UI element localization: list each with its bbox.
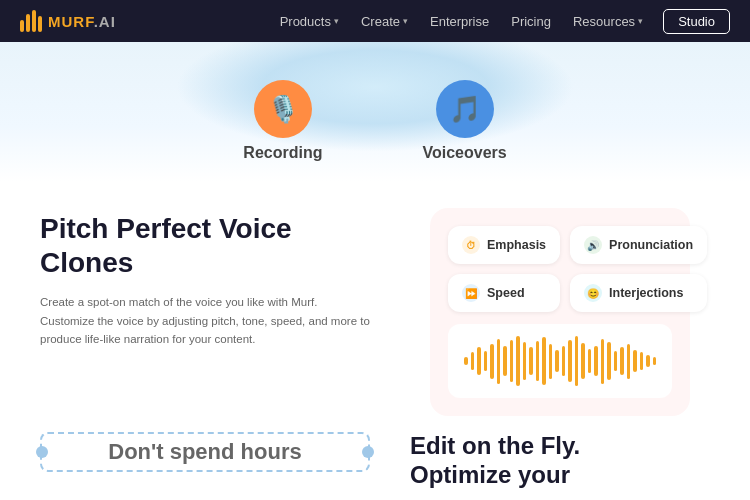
dashed-box: Don't spend hours (40, 432, 370, 472)
wave-bar (516, 336, 520, 386)
nav-resources-label: Resources (573, 14, 635, 29)
wave-bar (490, 344, 494, 379)
logo-bar-4 (38, 16, 42, 32)
nav-resources[interactable]: Resources ▾ (565, 10, 651, 33)
nav-create[interactable]: Create ▾ (353, 10, 416, 33)
nav-products[interactable]: Products ▾ (272, 10, 347, 33)
edit-title-line1: Edit on the Fly. (410, 432, 580, 459)
wave-bar (549, 344, 553, 379)
wave-bar (653, 357, 657, 365)
wave-bar (510, 340, 514, 382)
recording-icon: 🎙️ (254, 80, 312, 138)
logo-bar-3 (32, 10, 36, 32)
right-content: ⏱ Emphasis 🔊 Pronunciation ⏩ Speed 😊 Int… (410, 212, 710, 412)
studio-button[interactable]: Studio (663, 9, 730, 34)
wave-bar (646, 355, 650, 367)
pronunciation-icon: 🔊 (584, 236, 602, 254)
dashed-dot-left (36, 446, 48, 458)
voiceover-icon: 🎵 (436, 80, 494, 138)
pitch-description: Create a spot-on match of the voice you … (40, 293, 370, 348)
wave-bar (523, 342, 527, 380)
waveform-container (448, 324, 672, 398)
logo-murf: MURF (48, 13, 94, 30)
left-content: Pitch Perfect Voice Clones Create a spot… (40, 212, 370, 412)
wave-bar (471, 352, 475, 370)
wave-bar (568, 340, 572, 382)
interjections-button[interactable]: 😊 Interjections (570, 274, 707, 312)
speed-label: Speed (487, 286, 525, 300)
main-content: Pitch Perfect Voice Clones Create a spot… (0, 182, 750, 432)
edit-title-line2: Optimize your (410, 461, 570, 488)
pronunciation-label: Pronunciation (609, 238, 693, 252)
wave-bar (529, 347, 533, 375)
nav-create-label: Create (361, 14, 400, 29)
logo-ai: .AI (94, 13, 116, 30)
wave-bar (536, 341, 540, 381)
wave-bar (594, 346, 598, 376)
wave-bar (581, 343, 585, 379)
create-chevron-icon: ▾ (403, 16, 408, 26)
wave-bar (601, 339, 605, 384)
emphasis-label: Emphasis (487, 238, 546, 252)
dashed-dot-right (362, 446, 374, 458)
nav-enterprise-label: Enterprise (430, 14, 489, 29)
pitch-title: Pitch Perfect Voice Clones (40, 212, 370, 279)
pronunciation-button[interactable]: 🔊 Pronunciation (570, 226, 707, 264)
wave-bar (607, 342, 611, 380)
wave-bar (542, 337, 546, 385)
interjections-label: Interjections (609, 286, 683, 300)
logo-text: MURF.AI (48, 13, 116, 30)
bottom-left: Don't spend hours (40, 432, 370, 500)
products-chevron-icon: ▾ (334, 16, 339, 26)
hero-section: 🎙️ Recording 🎵 Voiceovers (0, 42, 750, 182)
pitch-title-line1: Pitch Perfect Voice (40, 213, 292, 244)
wave-bar (562, 346, 566, 376)
logo-bar-1 (20, 20, 24, 32)
recording-section: 🎙️ Recording (243, 80, 322, 162)
wave-bar (614, 351, 618, 371)
wave-bar (588, 349, 592, 373)
logo[interactable]: MURF.AI (20, 10, 116, 32)
logo-bar-2 (26, 14, 30, 32)
interjections-icon: 😊 (584, 284, 602, 302)
wave-bar (484, 351, 488, 371)
nav-pricing-label: Pricing (511, 14, 551, 29)
nav-products-label: Products (280, 14, 331, 29)
nav-pricing[interactable]: Pricing (503, 10, 559, 33)
wave-bar (477, 347, 481, 375)
wave-bar (627, 344, 631, 379)
wave-bar (640, 352, 644, 370)
navbar: MURF.AI Products ▾ Create ▾ Enterprise P… (0, 0, 750, 42)
speed-button[interactable]: ⏩ Speed (448, 274, 560, 312)
nav-enterprise[interactable]: Enterprise (422, 10, 497, 33)
bottom-section: Don't spend hours Edit on the Fly. Optim… (0, 432, 750, 500)
emphasis-button[interactable]: ⏱ Emphasis (448, 226, 560, 264)
voiceover-section: 🎵 Voiceovers (422, 80, 506, 162)
emphasis-icon: ⏱ (462, 236, 480, 254)
wave-bar (497, 339, 501, 384)
recording-label: Recording (243, 144, 322, 162)
logo-bars-icon (20, 10, 42, 32)
wave-bar (575, 336, 579, 386)
bottom-right: Edit on the Fly. Optimize your (410, 432, 710, 500)
wave-bar (464, 357, 468, 365)
edit-title: Edit on the Fly. Optimize your (410, 432, 710, 490)
wave-bar (633, 350, 637, 372)
wave-bar (555, 350, 559, 372)
feature-buttons: ⏱ Emphasis 🔊 Pronunciation ⏩ Speed 😊 Int… (448, 226, 672, 312)
voiceover-label: Voiceovers (422, 144, 506, 162)
speed-icon: ⏩ (462, 284, 480, 302)
resources-chevron-icon: ▾ (638, 16, 643, 26)
hero-blob (175, 42, 575, 152)
wave-bar (620, 347, 624, 375)
wave-bar (503, 346, 507, 376)
nav-links: Products ▾ Create ▾ Enterprise Pricing R… (272, 9, 730, 34)
voice-card: ⏱ Emphasis 🔊 Pronunciation ⏩ Speed 😊 Int… (430, 208, 690, 416)
pitch-title-line2: Clones (40, 247, 133, 278)
dont-spend-label: Don't spend hours (108, 439, 301, 465)
